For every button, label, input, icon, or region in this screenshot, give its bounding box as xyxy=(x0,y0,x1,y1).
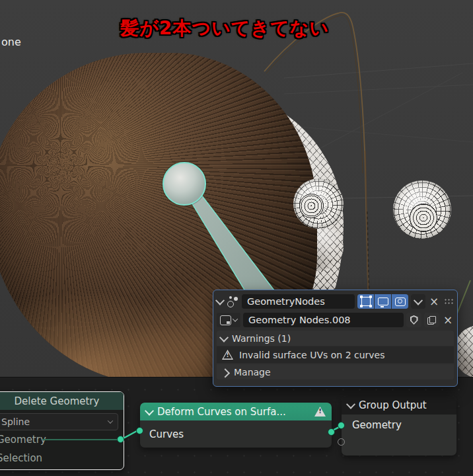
node-tree-name-field[interactable]: GeometryNodes xyxy=(242,294,355,309)
deform-curves-input-socket[interactable] xyxy=(136,427,143,434)
panel-header-row: GeometryNodes × xyxy=(217,294,454,309)
group-output-node-body: Geometry xyxy=(342,415,456,431)
warnings-header-label: Warnings (1) xyxy=(232,333,291,344)
delete-geometry-node-header[interactable]: Delete Geometry xyxy=(0,392,124,410)
node-tree-icon xyxy=(220,315,231,325)
selection-input-label: Selection xyxy=(0,452,42,464)
editmode-icon xyxy=(361,297,371,306)
selection-input-row: Selection xyxy=(0,449,118,467)
deform-curves-node[interactable]: Deform Curves on Surfa... ! Curves xyxy=(140,403,332,448)
chevron-down-icon xyxy=(219,333,229,342)
panel-close-button[interactable]: × xyxy=(428,296,440,307)
group-output-virtual-socket[interactable] xyxy=(338,438,345,446)
group-output-node-header[interactable]: Group Output xyxy=(342,396,456,415)
display-render-toggle[interactable] xyxy=(392,294,408,309)
fake-user-button[interactable] xyxy=(406,313,421,327)
warning-triangle-icon: ! xyxy=(222,350,233,360)
deform-curves-node-header[interactable]: Deform Curves on Surfa... ! xyxy=(140,403,332,420)
modifier-extras-dropdown[interactable] xyxy=(411,294,425,309)
monitor-icon xyxy=(378,298,388,305)
geometry-nodes-panel: GeometryNodes × xyxy=(213,290,458,387)
curves-input-label: Curves xyxy=(149,428,184,440)
display-toggle-group xyxy=(357,294,408,309)
pointer-sphere[interactable] xyxy=(163,162,206,206)
node-title: Delete Geometry xyxy=(15,395,100,407)
geometry-node-editor[interactable]: Delete Geometry Spline Geometry Selectio… xyxy=(0,377,473,476)
duplicate-data-button[interactable] xyxy=(424,313,439,327)
geometry-output-row: Geometry xyxy=(0,430,118,449)
group-output-geometry-socket[interactable] xyxy=(338,422,345,429)
warning-item-row: ! Invalid surface UVs on 2 curves xyxy=(217,346,454,363)
display-editmode-toggle[interactable] xyxy=(357,294,374,309)
chevron-down-icon xyxy=(108,418,113,423)
manage-label: Manage xyxy=(234,367,271,377)
node-group-row: Geometry Nodes.008 × xyxy=(217,312,454,328)
eyeball-left[interactable] xyxy=(293,178,344,229)
shield-icon xyxy=(410,315,418,325)
node-warning-icon: ! xyxy=(314,407,326,416)
deform-curves-output-socket[interactable] xyxy=(328,428,335,436)
camera-icon xyxy=(395,298,406,306)
node-title: Group Output xyxy=(359,399,427,411)
geometry-nodes-modifier-icon xyxy=(226,296,239,307)
chevron-down-icon xyxy=(233,316,238,321)
deform-curves-node-body: Curves xyxy=(140,420,332,448)
node-group-name: Geometry Nodes.008 xyxy=(248,315,351,325)
manage-section-header[interactable]: Manage xyxy=(217,364,454,379)
panel-expand-chevron-icon[interactable] xyxy=(215,296,225,305)
domain-dropdown[interactable]: Spline xyxy=(0,413,118,430)
cornea-right xyxy=(410,204,437,231)
chevron-down-icon xyxy=(346,400,355,409)
delete-geometry-node[interactable]: Delete Geometry Spline Geometry Selectio… xyxy=(0,391,124,470)
annotation-caption: 髪が2本ついてきてない xyxy=(0,16,449,41)
eyeball-right[interactable] xyxy=(393,180,451,239)
warnings-section-header[interactable]: Warnings (1) xyxy=(217,331,454,346)
chevron-right-icon xyxy=(221,368,230,377)
duplicate-icon xyxy=(427,316,436,325)
browse-node-tree-button[interactable] xyxy=(217,313,240,327)
delete-geometry-output-socket[interactable] xyxy=(117,436,124,443)
domain-value: Spline xyxy=(1,416,30,427)
node-tree-name: GeometryNodes xyxy=(247,296,325,307)
node-group-name-field[interactable]: Geometry Nodes.008 xyxy=(243,313,404,327)
chevron-down-icon xyxy=(145,406,154,415)
blender-window: one 髪が2本ついてきてない GeometryNodes xyxy=(0,0,473,476)
geometry-output-label: Geometry xyxy=(0,434,46,446)
chevron-down-icon xyxy=(414,296,423,305)
display-realtime-toggle[interactable] xyxy=(375,294,391,309)
cornea-left xyxy=(299,194,324,218)
geometry-input-label: Geometry xyxy=(352,419,402,431)
node-title: Deform Curves on Surfa... xyxy=(157,406,286,418)
warning-message: Invalid surface UVs on 2 curves xyxy=(239,350,385,360)
unlink-data-button[interactable]: × xyxy=(442,315,454,326)
group-output-node[interactable]: Group Output Geometry xyxy=(342,396,456,456)
delete-geometry-node-body: Spline Geometry Selection xyxy=(0,410,124,467)
panel-drag-grip[interactable] xyxy=(444,298,454,305)
